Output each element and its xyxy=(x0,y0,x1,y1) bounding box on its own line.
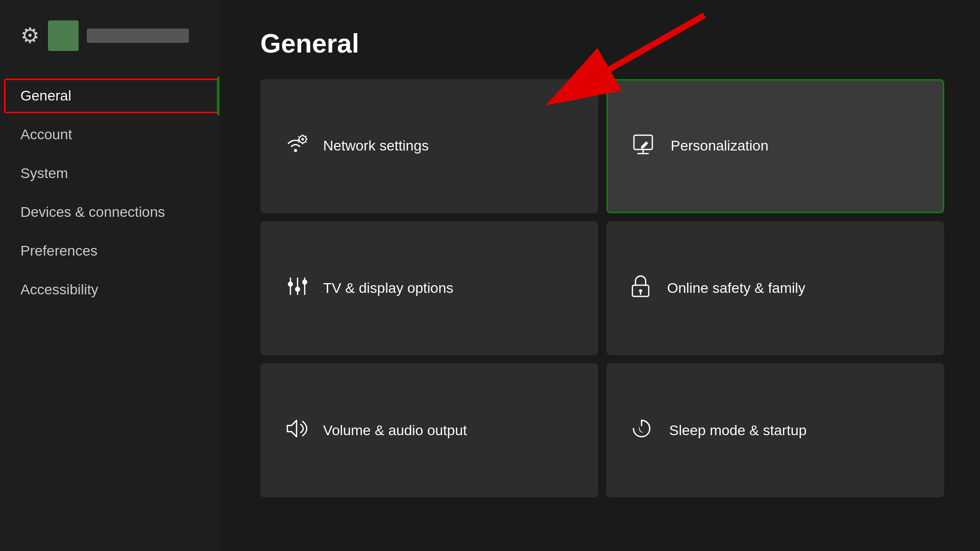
sidebar-header: ⚙ xyxy=(0,20,219,77)
sidebar-item-label-preferences: Preferences xyxy=(20,243,97,259)
tile-personalization[interactable]: Personalization xyxy=(606,79,944,213)
volume-icon xyxy=(283,416,308,444)
svg-point-0 xyxy=(294,149,297,152)
settings-grid: Network settings Personalization xyxy=(260,79,944,497)
svg-point-2 xyxy=(302,138,304,140)
sidebar-item-label-general: General xyxy=(20,88,71,104)
sleep-icon xyxy=(629,416,654,444)
main-content: General Network settings xyxy=(219,0,980,551)
svg-point-7 xyxy=(295,287,300,292)
sidebar-item-label-system: System xyxy=(20,165,68,182)
sidebar-item-preferences[interactable]: Preferences xyxy=(0,232,219,270)
sidebar-item-label-account: Account xyxy=(20,127,72,143)
sidebar-item-label-accessibility: Accessibility xyxy=(20,282,98,298)
personalization-icon xyxy=(631,132,655,160)
tile-tv-display-label: TV & display options xyxy=(323,280,453,296)
tile-online-safety[interactable]: Online safety & family xyxy=(606,221,944,356)
svg-point-5 xyxy=(288,282,293,287)
tile-personalization-label: Personalization xyxy=(671,138,768,154)
tile-network[interactable]: Network settings xyxy=(260,79,598,213)
lock-icon xyxy=(629,274,652,302)
sidebar-item-devices[interactable]: Devices & connections xyxy=(0,193,219,232)
page-title: General xyxy=(260,28,944,59)
tile-network-label: Network settings xyxy=(323,138,429,154)
display-icon xyxy=(283,274,308,302)
svg-point-9 xyxy=(302,280,307,285)
sidebar-item-label-devices: Devices & connections xyxy=(20,204,165,220)
sidebar: ⚙ General Account System Devices & conne… xyxy=(0,0,219,551)
tile-tv-display[interactable]: TV & display options xyxy=(260,221,598,356)
tile-volume[interactable]: Volume & audio output xyxy=(260,363,598,497)
tile-sleep[interactable]: Sleep mode & startup xyxy=(606,363,944,497)
sidebar-item-general[interactable]: General xyxy=(0,77,219,115)
avatar xyxy=(48,20,79,51)
sidebar-item-accessibility[interactable]: Accessibility xyxy=(0,270,219,309)
network-icon xyxy=(283,132,308,160)
tile-sleep-label: Sleep mode & startup xyxy=(669,422,806,439)
gear-icon: ⚙ xyxy=(20,25,40,46)
sidebar-nav: General Account System Devices & connect… xyxy=(0,77,219,309)
tile-volume-label: Volume & audio output xyxy=(323,422,467,439)
tile-online-safety-label: Online safety & family xyxy=(667,280,805,296)
sidebar-item-account[interactable]: Account xyxy=(0,115,219,154)
username-bar xyxy=(87,29,189,43)
sidebar-item-system[interactable]: System xyxy=(0,154,219,193)
